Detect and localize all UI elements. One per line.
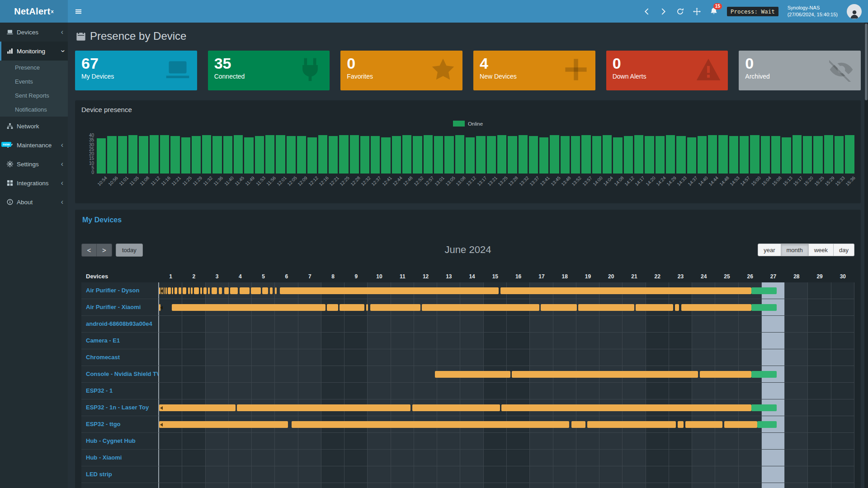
calendar-day-cell[interactable] bbox=[808, 349, 831, 366]
calendar-day-cell[interactable] bbox=[206, 349, 229, 366]
calendar-day-cell[interactable] bbox=[692, 349, 715, 366]
submenu-item-presence[interactable]: Presence bbox=[0, 61, 68, 75]
calendar-day-cell[interactable] bbox=[484, 316, 507, 333]
presence-bar-segment[interactable] bbox=[751, 304, 777, 311]
sidebar-item-monitoring[interactable]: Monitoring‹ bbox=[0, 42, 68, 61]
calendar-day-cell[interactable] bbox=[831, 316, 854, 333]
calendar-day-cell[interactable] bbox=[530, 316, 553, 333]
calendar-day-cell[interactable] bbox=[275, 466, 298, 483]
calendar-day-cell[interactable] bbox=[599, 483, 623, 488]
calendar-day-cell[interactable] bbox=[321, 450, 344, 466]
calendar-day-cell[interactable] bbox=[460, 349, 483, 366]
presence-bar-segment[interactable] bbox=[164, 287, 165, 294]
calendar-day-cell[interactable] bbox=[692, 433, 715, 450]
calendar-day-cell[interactable] bbox=[808, 333, 831, 349]
calendar-day-cell[interactable] bbox=[785, 483, 808, 488]
presence-bar-segment[interactable] bbox=[208, 287, 210, 294]
calendar-day-cell[interactable] bbox=[252, 333, 275, 349]
calendar-day-cell[interactable] bbox=[715, 466, 738, 483]
calendar-day-cell[interactable] bbox=[321, 349, 344, 366]
calendar-day-cell[interactable] bbox=[414, 383, 437, 399]
presence-bar-segment[interactable] bbox=[751, 371, 777, 378]
calendar-day-cell[interactable] bbox=[484, 333, 507, 349]
notifications-button[interactable]: 15 bbox=[710, 7, 718, 15]
presence-bar-segment[interactable] bbox=[262, 287, 268, 294]
calendar-day-cell[interactable] bbox=[159, 483, 182, 488]
calendar-day-cell[interactable] bbox=[344, 466, 368, 483]
calendar-day-cell[interactable] bbox=[553, 433, 576, 450]
calendar-day-cell[interactable] bbox=[391, 450, 414, 466]
presence-bar-segment[interactable] bbox=[366, 304, 368, 311]
calendar-day-cell[interactable] bbox=[692, 483, 715, 488]
calendar-day-cell[interactable] bbox=[623, 333, 646, 349]
calendar-day-cell[interactable] bbox=[484, 483, 507, 488]
calendar-day-cell[interactable] bbox=[298, 483, 321, 488]
calendar-day-cell[interactable] bbox=[739, 450, 762, 466]
calendar-day-cell[interactable] bbox=[646, 349, 669, 366]
presence-bar-segment[interactable] bbox=[159, 404, 236, 411]
calendar-day-cell[interactable] bbox=[460, 383, 483, 399]
arrow-right-icon[interactable] bbox=[660, 8, 667, 15]
calendar-day-cell[interactable] bbox=[553, 333, 576, 349]
calendar-day-cell[interactable] bbox=[623, 433, 646, 450]
presence-bar-segment[interactable] bbox=[172, 287, 173, 294]
calendar-day-cell[interactable] bbox=[623, 450, 646, 466]
presence-bar-segment[interactable] bbox=[175, 287, 177, 294]
calendar-day-cell[interactable] bbox=[530, 450, 553, 466]
calendar-day-cell[interactable] bbox=[460, 483, 483, 488]
device-name-link[interactable]: ESP32 - 1n - Laser Toy bbox=[81, 399, 159, 416]
device-name-link[interactable]: Hub - Xiaomi bbox=[81, 450, 159, 466]
calendar-day-cell[interactable] bbox=[576, 466, 599, 483]
refresh-icon[interactable] bbox=[676, 8, 684, 15]
calendar-day-cell[interactable] bbox=[414, 466, 437, 483]
device-name-link[interactable]: android-68608b93a00e4 bbox=[81, 316, 159, 333]
calendar-day-cell[interactable] bbox=[391, 433, 414, 450]
calendar-day-cell[interactable] bbox=[229, 333, 252, 349]
presence-bar-segment[interactable] bbox=[541, 304, 577, 311]
calendar-day-cell[interactable] bbox=[368, 333, 391, 349]
calendar-day-cell[interactable] bbox=[159, 433, 182, 450]
calendar-day-cell[interactable] bbox=[599, 466, 623, 483]
calendar-day-cell[interactable] bbox=[182, 483, 205, 488]
calendar-day-cell[interactable] bbox=[321, 316, 344, 333]
calendar-day-cell[interactable] bbox=[715, 433, 738, 450]
calendar-day-cell[interactable] bbox=[321, 333, 344, 349]
arrow-left-icon[interactable] bbox=[643, 8, 651, 15]
calendar-day-cell[interactable] bbox=[646, 316, 669, 333]
calendar-day-cell[interactable] bbox=[344, 316, 368, 333]
calendar-day-cell[interactable] bbox=[739, 316, 762, 333]
calendar-day-cell[interactable] bbox=[808, 299, 831, 316]
calendar-day-cell[interactable] bbox=[831, 349, 854, 366]
presence-bar-segment[interactable] bbox=[230, 287, 238, 294]
calendar-day-cell[interactable] bbox=[831, 366, 854, 383]
calendar-day-cell[interactable] bbox=[368, 483, 391, 488]
device-name-link[interactable]: Hub - Cygnet Hub bbox=[81, 433, 159, 450]
calendar-day-cell[interactable] bbox=[599, 450, 623, 466]
presence-bar-segment[interactable] bbox=[724, 421, 757, 428]
calendar-day-cell[interactable] bbox=[414, 366, 437, 383]
calendar-day-cell[interactable] bbox=[785, 349, 808, 366]
calendar-day-cell[interactable] bbox=[275, 349, 298, 366]
calendar-day-cell[interactable] bbox=[739, 333, 762, 349]
calendar-day-cell[interactable] bbox=[831, 483, 854, 488]
calendar-day-cell[interactable] bbox=[739, 483, 762, 488]
sidebar-item-settings[interactable]: Settings‹ bbox=[0, 155, 68, 174]
presence-bar-segment[interactable] bbox=[681, 304, 751, 311]
calendar-day-cell[interactable] bbox=[391, 366, 414, 383]
presence-bar-segment[interactable] bbox=[237, 404, 410, 411]
calendar-day-cell[interactable] bbox=[785, 366, 808, 383]
calendar-day-cell[interactable] bbox=[368, 366, 391, 383]
calendar-day-cell[interactable] bbox=[692, 466, 715, 483]
calendar-day-cell[interactable] bbox=[391, 316, 414, 333]
sidebar-item-maintenance[interactable]: newMaintenance‹ bbox=[0, 136, 68, 155]
calendar-day-cell[interactable] bbox=[484, 466, 507, 483]
calendar-day-cell[interactable] bbox=[368, 316, 391, 333]
view-button-month[interactable]: month bbox=[781, 244, 809, 256]
calendar-day-cell[interactable] bbox=[484, 349, 507, 366]
calendar-day-cell[interactable] bbox=[437, 349, 460, 366]
user-avatar[interactable] bbox=[847, 4, 862, 19]
calendar-day-cell[interactable] bbox=[669, 316, 692, 333]
calendar-day-cell[interactable] bbox=[321, 383, 344, 399]
calendar-day-cell[interactable] bbox=[785, 399, 808, 416]
calendar-day-cell[interactable] bbox=[368, 450, 391, 466]
